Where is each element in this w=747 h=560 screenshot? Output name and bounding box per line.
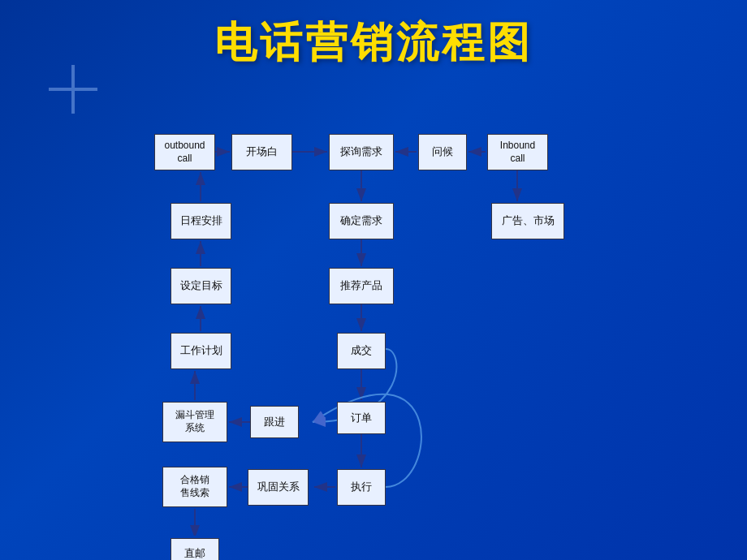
tanxun-label: 探询需求 [340, 145, 382, 159]
dingdan-label: 订单 [351, 411, 372, 425]
diagram-container: outbound call 开场白 探询需求 问候 Inbound call 日… [154, 89, 625, 536]
gongzuo-label: 工作计划 [180, 344, 222, 358]
gonggu-box: 巩固关系 [248, 469, 309, 506]
queding-label: 确定需求 [340, 214, 382, 228]
chengjiao-box: 成交 [337, 333, 386, 369]
tuijian-label: 推荐产品 [340, 279, 382, 293]
page-title: 电话营销流程图 [0, 0, 747, 71]
genjin-label: 跟进 [264, 416, 285, 429]
richeng-box: 日程安排 [171, 203, 231, 239]
decorative-cross [49, 65, 97, 114]
genjin-box: 跟进 [250, 406, 299, 438]
sheding-box: 设定目标 [171, 268, 231, 304]
chengjiao-label: 成交 [351, 344, 372, 358]
sheding-label: 设定目标 [180, 279, 222, 293]
guanggao-box: 广告、市场 [491, 203, 564, 239]
kaichang-label: 开场白 [246, 145, 278, 159]
inbound-call-box: Inbound call [487, 134, 548, 170]
kaichang-box: 开场白 [231, 134, 292, 170]
dingdan-box: 订单 [337, 402, 386, 434]
gonggu-label: 巩固关系 [257, 480, 300, 494]
outbound-call-box: outbound call [154, 134, 215, 170]
wenjiu-box: 问候 [418, 134, 467, 170]
wenjiu-label: 问候 [432, 145, 453, 159]
zhixing-box: 执行 [337, 469, 386, 506]
gongzuo-box: 工作计划 [171, 333, 231, 369]
tanxun-box: 探询需求 [329, 134, 394, 170]
tuijian-box: 推荐产品 [329, 268, 394, 304]
zhixing-label: 执行 [351, 480, 372, 494]
guanggao-label: 广告、市场 [502, 214, 555, 228]
zhiyou-label: 直邮 [184, 547, 205, 560]
zhiyou-box: 直邮 [171, 538, 219, 560]
hege-box: 合格销 售线索 [162, 467, 227, 507]
richeng-label: 日程安排 [180, 214, 222, 228]
queding-box: 确定需求 [329, 203, 394, 239]
loudou-box: 漏斗管理 系统 [162, 402, 227, 442]
